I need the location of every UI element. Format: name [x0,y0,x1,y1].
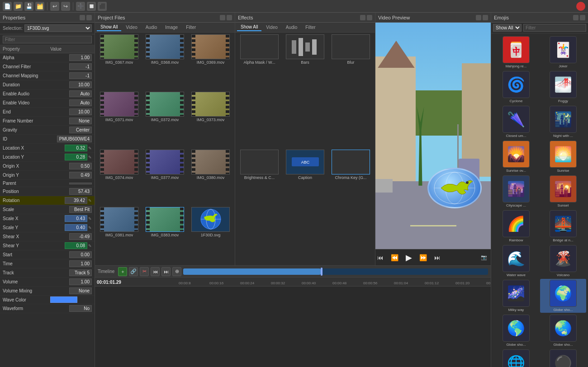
tl-center-btn[interactable]: ⊕ [172,267,181,276]
prop-value[interactable]: No [47,304,95,313]
timeline-progress-bar[interactable] [183,268,488,275]
prop-value[interactable]: 0.32✎ [47,144,95,153]
emoji-item[interactable]: 🌅Sunrise [540,140,586,174]
file-item[interactable]: IMG_0374.mov [97,150,142,206]
prop-value[interactable]: 0.28✎ [47,153,95,162]
tl-snap-end-btn[interactable]: ⏭ [161,267,171,276]
emoji-item[interactable]: 🌂Closed um... [493,105,539,139]
prop-value[interactable]: 0.50 [47,162,95,171]
pf-tab-filter[interactable]: Filter [182,24,199,31]
tl-snap-start-btn[interactable]: ⏮ [151,267,160,276]
prop-value[interactable]: None [47,287,95,296]
file-item[interactable]: IMG_0369.mov [188,34,233,91]
file-item[interactable]: 1F30D.svg [188,207,233,263]
effect-item[interactable]: Bars [283,34,327,149]
properties-filter-input[interactable] [3,36,92,43]
prop-value[interactable]: 0.00 [47,250,95,259]
emoji-item[interactable]: 🌄Sunrise ov... [493,140,539,174]
eff-tab-audio[interactable]: Audio [282,24,301,31]
emoji-item[interactable]: 🌊Water wave [493,244,539,278]
tl-add-btn[interactable]: + [118,267,127,276]
vp-max-btn[interactable] [483,15,488,20]
effect-item[interactable]: Chroma Key (G... [328,150,373,264]
emoji-item[interactable]: 🌉Bridge at n... [540,209,586,243]
edit-icon[interactable]: ✎ [88,155,92,160]
eff-min-btn[interactable] [360,15,365,20]
emoji-item[interactable]: 🌁Foggy [540,70,586,104]
effect-item[interactable]: Alpha Mask / W... [237,34,282,149]
effect-item[interactable]: Blur [328,34,373,149]
prop-value[interactable] [47,180,95,187]
wave-color-swatch[interactable] [50,296,77,303]
play-btn[interactable]: ▶ [404,252,414,263]
pf-tab-image[interactable]: Image [161,24,181,31]
prop-value[interactable]: 0.40✎ [47,223,95,232]
file-item[interactable]: IMG_0372.mov [142,92,187,148]
prop-value[interactable]: None [47,117,95,126]
toolbar-export-icon[interactable]: 🗂️ [35,2,44,11]
file-item[interactable]: IMG_0380.mov [188,150,233,206]
rewind-btn[interactable]: ⏪ [389,253,400,262]
emoji-item[interactable]: 🌐Globe sho... [493,348,539,367]
emoji-item[interactable]: 🌋Volcano [540,244,586,278]
prop-value[interactable]: 39.42✎ [47,196,95,205]
emoji-item[interactable]: 🌈Rainbow [493,209,539,243]
eff-tab-filter[interactable]: Filter [302,24,319,31]
timeline-progress-handle[interactable] [321,268,322,276]
prop-value[interactable]: 1.00 [47,278,95,287]
emoji-item[interactable]: 🌏Globe sho... [540,314,586,348]
toolbar-new-icon[interactable]: 📄 [3,2,12,11]
toolbar-open-icon[interactable]: 📁 [14,2,23,11]
prop-value[interactable]: PMUB600WE4 [47,135,95,144]
prop-value[interactable]: 0.49 [47,171,95,180]
em-max-btn[interactable] [580,15,585,20]
prop-value[interactable]: Auto [47,99,95,108]
eff-tab-all[interactable]: Show All [237,24,261,31]
toolbar-fill-icon[interactable]: ⬛ [98,2,107,11]
emoji-item[interactable]: 🃏Joker [540,35,586,69]
eff-max-btn[interactable] [367,15,372,20]
prop-value[interactable]: 1.00 [47,259,95,268]
emoji-item[interactable]: ⚫Black circle [540,348,586,367]
pf-min-btn[interactable] [220,15,225,20]
emoji-item[interactable]: 🌌Milky way [493,279,539,313]
emoji-item[interactable]: 🌆Cityscape ... [493,174,539,208]
camera-icon[interactable]: 📷 [481,254,487,260]
emoji-item[interactable]: 🌀Cyclone [493,70,539,104]
emoji-item[interactable]: 🌃Night with ... [540,105,586,139]
prop-value[interactable]: 57.43 [47,187,95,196]
pf-max-btn[interactable] [227,15,232,20]
properties-max-btn[interactable] [86,15,92,20]
emoji-filter-input[interactable] [523,24,586,32]
file-item[interactable]: IMG_0371.mov [97,92,142,148]
prop-value[interactable]: -1 [47,62,95,71]
file-item[interactable]: IMG_0383.mov [142,207,187,263]
edit-icon[interactable]: ✎ [88,226,92,230]
file-item[interactable]: IMG_0373.mov [188,92,233,148]
prop-value[interactable] [47,296,95,304]
tl-link-btn[interactable]: 🔗 [129,267,138,276]
emoji-item[interactable]: 🌍Globe sho... [540,279,586,313]
properties-min-btn[interactable] [80,15,85,20]
pf-tab-video[interactable]: Video [122,24,141,31]
edit-icon[interactable]: ✎ [88,244,92,248]
file-item[interactable]: IMG_0367.mov [97,34,142,91]
file-item[interactable]: IMG_0381.mov [97,207,142,263]
effect-item[interactable]: Brightness & C... [237,150,282,264]
prop-value[interactable]: 10.00 [47,80,95,89]
edit-icon[interactable]: ✎ [88,216,92,221]
toolbar-add-icon[interactable]: ➕ [76,2,85,11]
toolbar-frame-icon[interactable]: 🔲 [87,2,96,11]
selection-dropdown[interactable]: 1F30D.svg [24,24,92,32]
file-item[interactable]: IMG_0368.mov [142,34,187,91]
emoji-item[interactable]: 🌎Globe sho... [493,314,539,348]
toolbar-save-icon[interactable]: 💾 [24,2,33,11]
tl-cut-btn[interactable]: ✂ [140,267,149,276]
prop-value[interactable]: Track 5 [47,268,95,278]
prop-value[interactable]: Center [47,126,95,135]
prop-value[interactable]: Auto [47,89,95,99]
vp-min-btn[interactable] [476,15,481,20]
em-min-btn[interactable] [573,15,579,20]
toolbar-redo-icon[interactable]: ↪ [61,2,70,11]
edit-icon[interactable]: ✎ [88,146,92,151]
